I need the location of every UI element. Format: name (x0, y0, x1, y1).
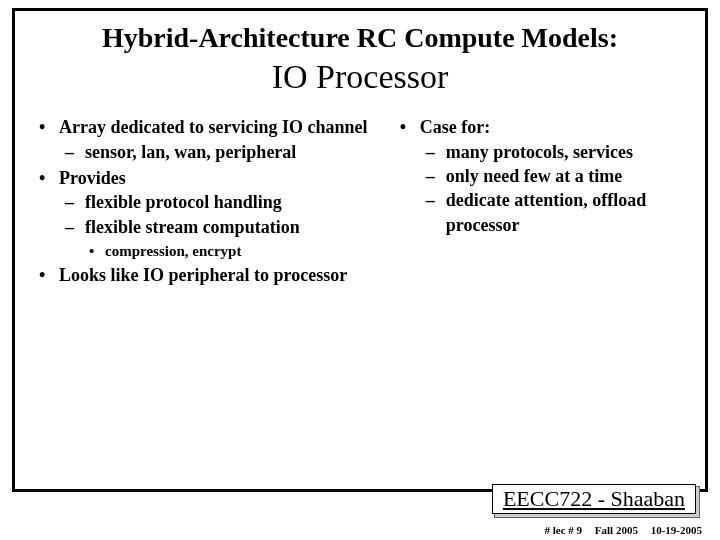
dash-text: dedicate attention, offload processor (446, 190, 646, 234)
footer-lecture: # lec # 9 (545, 524, 583, 536)
list-item: only need few at a time (420, 164, 689, 188)
list-item: Case for: many protocols, services only … (392, 115, 689, 236)
list-item: many protocols, services (420, 140, 689, 164)
list-item: dedicate attention, offload processor (420, 188, 689, 237)
content-columns: Array dedicated to servicing IO channel … (31, 115, 689, 289)
right-column: Case for: many protocols, services only … (392, 115, 689, 289)
list-item: Array dedicated to servicing IO channel … (31, 115, 380, 164)
bullet-text: Case for: (420, 117, 490, 137)
bullet-text: Array dedicated to servicing IO channel (59, 117, 367, 137)
footer-course-text: EECC722 - Shaaban (503, 486, 685, 511)
list-item: flexible stream computation compression,… (59, 215, 380, 262)
dash-text: flexible stream computation (85, 217, 300, 237)
bullet-text: Looks like IO peripheral to processor (59, 265, 347, 285)
dash-text: sensor, lan, wan, peripheral (85, 142, 296, 162)
list-item: Provides flexible protocol handling flex… (31, 166, 380, 261)
list-item: Looks like IO peripheral to processor (31, 263, 380, 287)
dash-text: only need few at a time (446, 166, 622, 186)
footer-course-box: EECC722 - Shaaban (494, 486, 700, 518)
bullet-list-right: Case for: many protocols, services only … (392, 115, 689, 236)
dash-text: flexible protocol handling (85, 192, 282, 212)
subdot-text: compression, encrypt (105, 243, 241, 259)
footer-course-inner: EECC722 - Shaaban (492, 484, 696, 514)
list-item: sensor, lan, wan, peripheral (59, 140, 380, 164)
title-line-2: IO Processor (31, 57, 689, 98)
left-column: Array dedicated to servicing IO channel … (31, 115, 380, 289)
dash-text: many protocols, services (446, 142, 633, 162)
slide-title: Hybrid-Architecture RC Compute Models: I… (31, 21, 689, 97)
bullet-text: Provides (59, 168, 126, 188)
footer-term: Fall 2005 (595, 524, 638, 536)
footer-date: 10-19-2005 (651, 524, 702, 536)
list-item: compression, encrypt (85, 241, 380, 261)
title-line-1: Hybrid-Architecture RC Compute Models: (31, 21, 689, 55)
footer-meta: # lec # 9 Fall 2005 10-19-2005 (535, 524, 703, 536)
list-item: flexible protocol handling (59, 190, 380, 214)
slide-frame: Hybrid-Architecture RC Compute Models: I… (12, 8, 708, 492)
bullet-list-left: Array dedicated to servicing IO channel … (31, 115, 380, 287)
